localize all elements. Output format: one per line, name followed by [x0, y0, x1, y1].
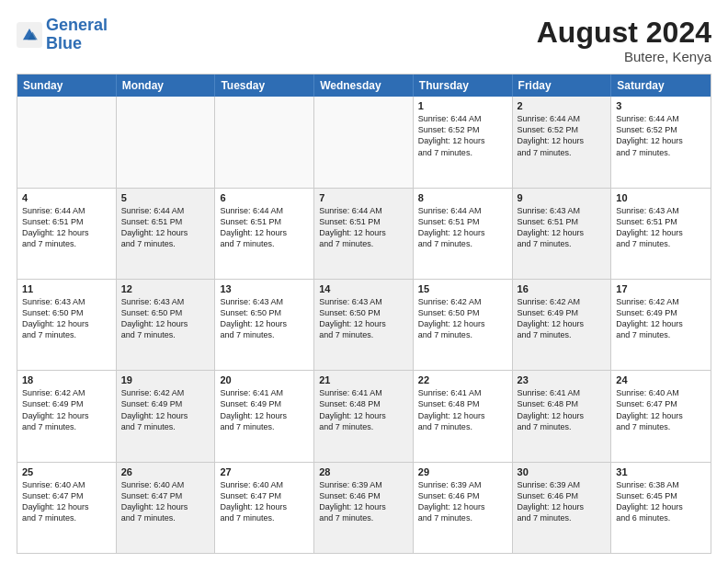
calendar-row-0: 1Sunrise: 6:44 AM Sunset: 6:52 PM Daylig…	[17, 97, 711, 188]
weekday-header-thursday: Thursday	[414, 75, 513, 97]
calendar-cell: 2Sunrise: 6:44 AM Sunset: 6:52 PM Daylig…	[513, 97, 612, 187]
day-info: Sunrise: 6:44 AM Sunset: 6:52 PM Dayligh…	[418, 113, 507, 158]
day-info: Sunrise: 6:43 AM Sunset: 6:50 PM Dayligh…	[220, 296, 309, 341]
logo-text: General Blue	[46, 17, 108, 53]
day-info: Sunrise: 6:38 AM Sunset: 6:45 PM Dayligh…	[616, 479, 706, 524]
calendar-row-4: 25Sunrise: 6:40 AM Sunset: 6:47 PM Dayli…	[17, 463, 711, 553]
weekday-header-monday: Monday	[117, 75, 216, 97]
calendar-header: SundayMondayTuesdayWednesdayThursdayFrid…	[17, 75, 711, 97]
calendar-cell: 26Sunrise: 6:40 AM Sunset: 6:47 PM Dayli…	[117, 463, 216, 553]
day-number: 3	[616, 100, 706, 111]
calendar-cell: 13Sunrise: 6:43 AM Sunset: 6:50 PM Dayli…	[215, 280, 314, 370]
calendar-cell: 6Sunrise: 6:44 AM Sunset: 6:51 PM Daylig…	[215, 189, 314, 279]
day-number: 21	[319, 374, 408, 385]
location: Butere, Kenya	[537, 49, 711, 64]
calendar-cell: 3Sunrise: 6:44 AM Sunset: 6:52 PM Daylig…	[611, 97, 711, 187]
day-number: 17	[616, 283, 706, 294]
day-number: 14	[319, 283, 408, 294]
month-year: August 2024	[537, 17, 711, 49]
day-number: 28	[319, 466, 408, 477]
calendar-cell: 27Sunrise: 6:40 AM Sunset: 6:47 PM Dayli…	[215, 463, 314, 553]
day-info: Sunrise: 6:39 AM Sunset: 6:46 PM Dayligh…	[518, 479, 607, 524]
calendar-cell	[17, 97, 117, 187]
calendar-cell: 30Sunrise: 6:39 AM Sunset: 6:46 PM Dayli…	[513, 463, 612, 553]
day-info: Sunrise: 6:44 AM Sunset: 6:51 PM Dayligh…	[220, 205, 309, 250]
day-info: Sunrise: 6:42 AM Sunset: 6:49 PM Dayligh…	[518, 296, 607, 341]
weekday-header-saturday: Saturday	[611, 75, 711, 97]
day-info: Sunrise: 6:43 AM Sunset: 6:50 PM Dayligh…	[319, 296, 408, 341]
day-info: Sunrise: 6:39 AM Sunset: 6:46 PM Dayligh…	[319, 479, 408, 524]
day-info: Sunrise: 6:43 AM Sunset: 6:51 PM Dayligh…	[616, 205, 706, 250]
day-info: Sunrise: 6:40 AM Sunset: 6:47 PM Dayligh…	[616, 387, 706, 432]
day-info: Sunrise: 6:43 AM Sunset: 6:51 PM Dayligh…	[518, 205, 607, 250]
calendar-cell: 10Sunrise: 6:43 AM Sunset: 6:51 PM Dayli…	[611, 189, 711, 279]
day-number: 5	[121, 192, 210, 203]
calendar-cell: 1Sunrise: 6:44 AM Sunset: 6:52 PM Daylig…	[414, 97, 513, 187]
calendar-cell: 15Sunrise: 6:42 AM Sunset: 6:50 PM Dayli…	[414, 280, 513, 370]
calendar-cell: 21Sunrise: 6:41 AM Sunset: 6:48 PM Dayli…	[314, 371, 414, 461]
day-number: 16	[518, 283, 607, 294]
day-info: Sunrise: 6:40 AM Sunset: 6:47 PM Dayligh…	[121, 479, 210, 524]
day-number: 24	[616, 374, 706, 385]
calendar-cell: 4Sunrise: 6:44 AM Sunset: 6:51 PM Daylig…	[17, 189, 117, 279]
day-number: 9	[518, 192, 607, 203]
day-info: Sunrise: 6:42 AM Sunset: 6:49 PM Dayligh…	[22, 387, 111, 432]
day-info: Sunrise: 6:44 AM Sunset: 6:51 PM Dayligh…	[418, 205, 507, 250]
calendar-cell: 18Sunrise: 6:42 AM Sunset: 6:49 PM Dayli…	[17, 371, 117, 461]
calendar-row-2: 11Sunrise: 6:43 AM Sunset: 6:50 PM Dayli…	[17, 280, 711, 371]
calendar-cell: 11Sunrise: 6:43 AM Sunset: 6:50 PM Dayli…	[17, 280, 117, 370]
day-number: 10	[616, 192, 706, 203]
logo-blue: Blue	[46, 34, 82, 52]
header: General Blue August 2024 Butere, Kenya	[17, 17, 711, 64]
day-number: 23	[518, 374, 607, 385]
calendar-cell: 8Sunrise: 6:44 AM Sunset: 6:51 PM Daylig…	[414, 189, 513, 279]
day-info: Sunrise: 6:41 AM Sunset: 6:49 PM Dayligh…	[220, 387, 309, 432]
day-number: 1	[418, 100, 507, 111]
day-info: Sunrise: 6:41 AM Sunset: 6:48 PM Dayligh…	[319, 387, 408, 432]
calendar-cell: 28Sunrise: 6:39 AM Sunset: 6:46 PM Dayli…	[314, 463, 414, 553]
calendar-cell: 17Sunrise: 6:42 AM Sunset: 6:49 PM Dayli…	[611, 280, 711, 370]
calendar-cell: 24Sunrise: 6:40 AM Sunset: 6:47 PM Dayli…	[611, 371, 711, 461]
weekday-header-sunday: Sunday	[17, 75, 117, 97]
logo-general: General	[46, 16, 108, 34]
day-number: 22	[418, 374, 507, 385]
calendar-cell: 12Sunrise: 6:43 AM Sunset: 6:50 PM Dayli…	[117, 280, 216, 370]
day-number: 6	[220, 192, 309, 203]
day-info: Sunrise: 6:42 AM Sunset: 6:50 PM Dayligh…	[418, 296, 507, 341]
calendar-row-1: 4Sunrise: 6:44 AM Sunset: 6:51 PM Daylig…	[17, 189, 711, 280]
calendar-cell: 14Sunrise: 6:43 AM Sunset: 6:50 PM Dayli…	[314, 280, 414, 370]
day-number: 20	[220, 374, 309, 385]
day-number: 12	[121, 283, 210, 294]
weekday-header-tuesday: Tuesday	[215, 75, 314, 97]
calendar-cell: 20Sunrise: 6:41 AM Sunset: 6:49 PM Dayli…	[215, 371, 314, 461]
calendar-cell: 23Sunrise: 6:41 AM Sunset: 6:48 PM Dayli…	[513, 371, 612, 461]
day-number: 25	[22, 466, 111, 477]
day-number: 30	[518, 466, 607, 477]
day-number: 8	[418, 192, 507, 203]
calendar-cell: 16Sunrise: 6:42 AM Sunset: 6:49 PM Dayli…	[513, 280, 612, 370]
weekday-header-friday: Friday	[513, 75, 612, 97]
day-number: 11	[22, 283, 111, 294]
day-number: 7	[319, 192, 408, 203]
day-number: 15	[418, 283, 507, 294]
day-info: Sunrise: 6:42 AM Sunset: 6:49 PM Dayligh…	[616, 296, 706, 341]
calendar-cell: 25Sunrise: 6:40 AM Sunset: 6:47 PM Dayli…	[17, 463, 117, 553]
calendar-cell: 19Sunrise: 6:42 AM Sunset: 6:49 PM Dayli…	[117, 371, 216, 461]
calendar-cell	[215, 97, 314, 187]
calendar-cell: 29Sunrise: 6:39 AM Sunset: 6:46 PM Dayli…	[414, 463, 513, 553]
day-number: 29	[418, 466, 507, 477]
calendar-cell	[314, 97, 414, 187]
calendar-cell: 9Sunrise: 6:43 AM Sunset: 6:51 PM Daylig…	[513, 189, 612, 279]
logo-icon	[17, 22, 42, 48]
day-number: 13	[220, 283, 309, 294]
day-info: Sunrise: 6:44 AM Sunset: 6:51 PM Dayligh…	[22, 205, 111, 250]
calendar-body: 1Sunrise: 6:44 AM Sunset: 6:52 PM Daylig…	[17, 97, 711, 553]
day-info: Sunrise: 6:40 AM Sunset: 6:47 PM Dayligh…	[22, 479, 111, 524]
day-number: 2	[518, 100, 607, 111]
calendar-cell: 5Sunrise: 6:44 AM Sunset: 6:51 PM Daylig…	[117, 189, 216, 279]
page: General Blue August 2024 Butere, Kenya S…	[0, 0, 728, 563]
day-info: Sunrise: 6:44 AM Sunset: 6:52 PM Dayligh…	[518, 113, 607, 158]
calendar: SundayMondayTuesdayWednesdayThursdayFrid…	[17, 74, 711, 554]
day-number: 18	[22, 374, 111, 385]
calendar-cell	[117, 97, 216, 187]
